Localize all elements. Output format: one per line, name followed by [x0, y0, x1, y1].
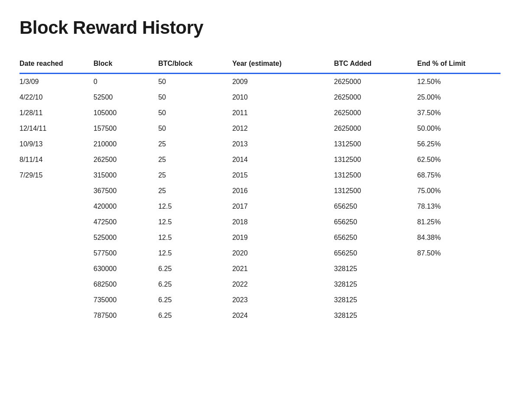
- col-header-end-pct: End % of Limit: [417, 55, 500, 73]
- cell-15-2: 6.25: [158, 308, 232, 323]
- cell-12-4: 328125: [334, 261, 417, 277]
- cell-9-4: 656250: [334, 214, 417, 230]
- cell-10-2: 12.5: [158, 230, 232, 246]
- cell-7-1: 367500: [94, 183, 158, 199]
- cell-7-0: [20, 183, 94, 199]
- cell-6-1: 315000: [94, 168, 158, 183]
- cell-5-5: 62.50%: [417, 152, 500, 168]
- cell-12-3: 2021: [232, 261, 334, 277]
- cell-7-2: 25: [158, 183, 232, 199]
- cell-1-5: 25.00%: [417, 90, 500, 105]
- cell-4-0: 10/9/13: [20, 136, 94, 152]
- cell-4-1: 210000: [94, 136, 158, 152]
- cell-0-2: 50: [158, 74, 232, 90]
- cell-3-2: 50: [158, 121, 232, 136]
- table-row: 6825006.252022328125: [20, 277, 500, 292]
- col-header-btc-per-block: BTC/block: [158, 55, 232, 73]
- cell-11-2: 12.5: [158, 246, 232, 261]
- cell-14-3: 2023: [232, 292, 334, 308]
- cell-5-1: 262500: [94, 152, 158, 168]
- table-row: 42000012.5201765625078.13%: [20, 199, 500, 214]
- cell-1-3: 2010: [232, 90, 334, 105]
- col-header-year: Year (estimate): [232, 55, 334, 73]
- cell-10-0: [20, 230, 94, 246]
- cell-15-0: [20, 308, 94, 323]
- cell-8-1: 420000: [94, 199, 158, 214]
- cell-9-5: 81.25%: [417, 214, 500, 230]
- cell-13-1: 682500: [94, 277, 158, 292]
- cell-4-4: 1312500: [334, 136, 417, 152]
- col-header-date: Date reached: [20, 55, 94, 73]
- table-row: 7/29/15315000252015131250068.75%: [20, 168, 500, 183]
- cell-6-3: 2015: [232, 168, 334, 183]
- cell-8-2: 12.5: [158, 199, 232, 214]
- cell-2-3: 2011: [232, 105, 334, 121]
- cell-6-5: 68.75%: [417, 168, 500, 183]
- cell-11-4: 656250: [334, 246, 417, 261]
- cell-9-0: [20, 214, 94, 230]
- cell-5-2: 25: [158, 152, 232, 168]
- col-header-btc-added: BTC Added: [334, 55, 417, 73]
- cell-2-4: 2625000: [334, 105, 417, 121]
- cell-6-4: 1312500: [334, 168, 417, 183]
- cell-12-2: 6.25: [158, 261, 232, 277]
- cell-5-3: 2014: [232, 152, 334, 168]
- table-row: 57750012.5202065625087.50%: [20, 246, 500, 261]
- cell-1-1: 52500: [94, 90, 158, 105]
- cell-11-3: 2020: [232, 246, 334, 261]
- cell-9-2: 12.5: [158, 214, 232, 230]
- table-row: 10/9/13210000252013131250056.25%: [20, 136, 500, 152]
- cell-4-5: 56.25%: [417, 136, 500, 152]
- cell-14-2: 6.25: [158, 292, 232, 308]
- cell-8-4: 656250: [334, 199, 417, 214]
- table-row: 6300006.252021328125: [20, 261, 500, 277]
- cell-13-3: 2022: [232, 277, 334, 292]
- table-row: 7875006.252024328125: [20, 308, 500, 323]
- cell-1-4: 2625000: [334, 90, 417, 105]
- cell-9-3: 2018: [232, 214, 334, 230]
- cell-8-0: [20, 199, 94, 214]
- cell-0-0: 1/3/09: [20, 74, 94, 90]
- table-row: 7350006.252023328125: [20, 292, 500, 308]
- cell-3-5: 50.00%: [417, 121, 500, 136]
- cell-6-0: 7/29/15: [20, 168, 94, 183]
- cell-3-0: 12/14/11: [20, 121, 94, 136]
- cell-10-3: 2019: [232, 230, 334, 246]
- cell-12-5: [417, 261, 500, 277]
- cell-14-4: 328125: [334, 292, 417, 308]
- cell-2-0: 1/28/11: [20, 105, 94, 121]
- table-header-row: Date reached Block BTC/block Year (estim…: [20, 55, 500, 73]
- table-row: 1/28/11105000502011262500037.50%: [20, 105, 500, 121]
- cell-2-2: 50: [158, 105, 232, 121]
- cell-0-5: 12.50%: [417, 74, 500, 90]
- cell-15-5: [417, 308, 500, 323]
- cell-12-0: [20, 261, 94, 277]
- cell-12-1: 630000: [94, 261, 158, 277]
- cell-0-3: 2009: [232, 74, 334, 90]
- cell-15-1: 787500: [94, 308, 158, 323]
- col-header-block: Block: [94, 55, 158, 73]
- cell-7-5: 75.00%: [417, 183, 500, 199]
- cell-0-4: 2625000: [334, 74, 417, 90]
- cell-8-3: 2017: [232, 199, 334, 214]
- block-reward-table: Date reached Block BTC/block Year (estim…: [20, 55, 500, 323]
- table-row: 52500012.5201965625084.38%: [20, 230, 500, 246]
- cell-10-5: 84.38%: [417, 230, 500, 246]
- cell-2-1: 105000: [94, 105, 158, 121]
- cell-10-4: 656250: [334, 230, 417, 246]
- cell-14-1: 735000: [94, 292, 158, 308]
- cell-4-2: 25: [158, 136, 232, 152]
- cell-14-0: [20, 292, 94, 308]
- cell-11-0: [20, 246, 94, 261]
- cell-4-3: 2013: [232, 136, 334, 152]
- cell-13-0: [20, 277, 94, 292]
- table-row: 12/14/11157500502012262500050.00%: [20, 121, 500, 136]
- cell-3-1: 157500: [94, 121, 158, 136]
- cell-13-4: 328125: [334, 277, 417, 292]
- cell-8-5: 78.13%: [417, 199, 500, 214]
- cell-10-1: 525000: [94, 230, 158, 246]
- cell-15-4: 328125: [334, 308, 417, 323]
- cell-1-0: 4/22/10: [20, 90, 94, 105]
- cell-5-4: 1312500: [334, 152, 417, 168]
- cell-2-5: 37.50%: [417, 105, 500, 121]
